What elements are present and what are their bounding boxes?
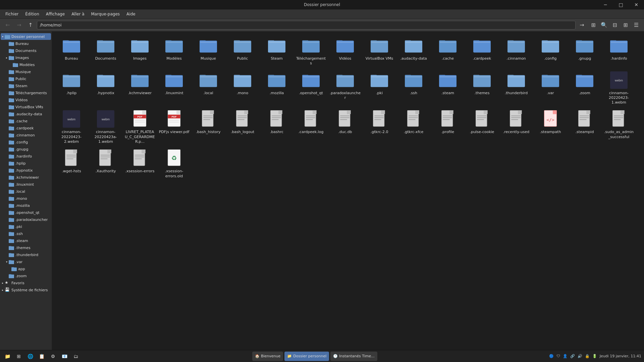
menu-affichage[interactable]: Affichage xyxy=(43,10,67,18)
file-item[interactable]: .bash_logout xyxy=(226,108,259,146)
split-view-button[interactable]: ⊞ xyxy=(588,20,598,30)
sidebar-item-pki[interactable]: .pki xyxy=(1,223,51,230)
file-item[interactable]: .ssh xyxy=(397,69,430,107)
file-item[interactable]: ♻ .xsession-errors.old xyxy=(157,147,191,181)
file-item[interactable]: .hardinfo xyxy=(602,34,636,68)
file-item[interactable]: </> .steampath xyxy=(534,108,567,146)
file-item[interactable]: .cache xyxy=(431,34,465,68)
taskbar-app-instantanes[interactable]: 🕐 Instantanés Time... xyxy=(330,352,377,361)
sidebar-item-kchmviewer[interactable]: .kchmviewer xyxy=(1,174,51,181)
menu-edition[interactable]: Édition xyxy=(22,10,42,18)
file-item[interactable]: Public xyxy=(226,34,259,68)
menu-aller-a[interactable]: Aller à xyxy=(69,10,87,18)
sidebar-item-musique[interactable]: Musique xyxy=(1,68,51,75)
file-item[interactable]: .hypnotix xyxy=(89,69,122,107)
file-item[interactable]: PDF LIVRET_PLATEAU_C_GERARDMER.p... xyxy=(123,108,157,146)
sidebar-item-videos[interactable]: Vidéos xyxy=(1,97,51,103)
sidebar-item-var[interactable]: ▾ .var xyxy=(1,258,51,265)
file-item[interactable]: .local xyxy=(192,69,225,107)
file-item[interactable]: .cardpeek.log xyxy=(294,108,328,146)
sidebar-item-config[interactable]: .config xyxy=(1,139,51,145)
path-bar[interactable]: /home/moi xyxy=(37,21,576,29)
menu-marque-pages[interactable]: Marque-pages xyxy=(89,10,123,18)
file-item[interactable]: .kchmviewer xyxy=(123,69,157,107)
maximize-button[interactable]: □ xyxy=(613,0,629,9)
file-item[interactable]: .bash_history xyxy=(192,108,225,146)
up-button[interactable]: ↑ xyxy=(25,20,36,30)
sidebar-item-documents[interactable]: Documents xyxy=(1,47,51,54)
file-item[interactable]: Documents xyxy=(89,34,122,68)
file-item[interactable]: .paradoxlauncher xyxy=(328,69,362,107)
file-item[interactable]: Vidéos xyxy=(328,34,362,68)
file-item[interactable]: .bashrc xyxy=(260,108,293,146)
file-item[interactable]: .mozilla xyxy=(260,69,293,107)
taskbar-icon-terminal[interactable]: ⊞ xyxy=(14,352,23,361)
sidebar-item-hplip[interactable]: .hplip xyxy=(1,160,51,167)
file-item[interactable]: .profile xyxy=(431,108,465,146)
sidebar-item-themes[interactable]: .themes xyxy=(1,244,51,251)
file-item[interactable]: webm cinnamon-20220423a-1.webm xyxy=(89,108,122,146)
file-item[interactable]: webm cinnamon-20220423-1.webm xyxy=(602,69,636,107)
sidebar-section-filesystem[interactable]: ▸ 💾 Système de fichiers xyxy=(1,287,51,293)
file-item[interactable]: .pki xyxy=(363,69,396,107)
sidebar-item-steam-dot[interactable]: .steam xyxy=(1,237,51,244)
menu-aide[interactable]: Aide xyxy=(124,10,138,18)
sidebar-item-thunderbird[interactable]: .thunderbird xyxy=(1,251,51,258)
go-button[interactable]: → xyxy=(577,20,587,30)
file-item[interactable]: .duc.db xyxy=(328,108,362,146)
file-item[interactable]: .Xauthority xyxy=(89,147,122,181)
taskbar-app-dossier-personnel[interactable]: 📁 Dossier personnel xyxy=(284,352,329,361)
taskbar-icon-files[interactable]: 📁 xyxy=(3,352,12,361)
close-button[interactable]: ✕ xyxy=(629,0,644,9)
file-item[interactable]: .cinnamon xyxy=(499,34,533,68)
file-item[interactable]: .gnupg xyxy=(568,34,601,68)
sidebar-item-ssh[interactable]: .ssh xyxy=(1,230,51,237)
sidebar-item-virtualbox[interactable]: VirtualBox VMs xyxy=(1,104,51,110)
sidebar-item-hardinfo[interactable]: .hardinfo xyxy=(1,153,51,160)
sidebar-item-telechargements[interactable]: Téléchargements xyxy=(1,89,51,96)
sidebar-item-steam[interactable]: Steam xyxy=(1,82,51,89)
file-item[interactable]: VirtualBox VMs xyxy=(363,34,396,68)
menu-fichier[interactable]: Fichier xyxy=(3,10,21,18)
sidebar-item-paradox[interactable]: .paradoxlauncher xyxy=(1,216,51,223)
file-item[interactable]: Bureau xyxy=(55,34,88,68)
minimize-button[interactable]: ─ xyxy=(598,0,613,9)
taskbar-icon-settings[interactable]: ⚙ xyxy=(48,352,58,361)
file-item[interactable]: .openshot_qt xyxy=(294,69,328,107)
sidebar-item-gnupg[interactable]: .gnupg xyxy=(1,146,51,153)
file-item[interactable]: .gtkrc-2.0 xyxy=(363,108,396,146)
file-item[interactable]: .steam xyxy=(431,69,465,107)
file-item[interactable]: .sudo_as_admin_successful xyxy=(602,108,636,146)
file-item[interactable]: Images xyxy=(123,34,157,68)
list-view-button[interactable]: ☰ xyxy=(631,20,641,30)
file-item[interactable]: PDF PDFjs viewer.pdf xyxy=(157,108,191,146)
sidebar-item-linuxmint[interactable]: .linuxmint xyxy=(1,181,51,188)
sidebar-item-cardpeek[interactable]: .cardpeek xyxy=(1,125,51,131)
file-item[interactable]: .gtkrc-xfce xyxy=(397,108,430,146)
file-item[interactable]: .linuxmint xyxy=(157,69,191,107)
sidebar-item-openshot[interactable]: .openshot_qt xyxy=(1,209,51,216)
view-toggle-button[interactable]: ⊟ xyxy=(610,20,620,30)
sidebar-item-modeles[interactable]: Modèles xyxy=(1,61,51,68)
file-item[interactable]: .themes xyxy=(465,69,499,107)
sidebar-item-bureau[interactable]: Bureau xyxy=(1,40,51,47)
file-item[interactable]: .mono xyxy=(226,69,259,107)
file-item[interactable]: .thunderbird xyxy=(499,69,533,107)
file-item[interactable]: .config xyxy=(534,34,567,68)
sidebar-section-favoris[interactable]: ▸ ★ Favoris xyxy=(1,280,51,286)
sidebar-item-dossier-personnel[interactable]: ▾ Dossier personnel xyxy=(1,33,51,40)
back-button[interactable]: ← xyxy=(3,20,13,30)
taskbar-app-bienvenue[interactable]: 🏠 Bienvenue xyxy=(252,352,283,361)
sidebar-item-hypnotix[interactable]: .hypnotix xyxy=(1,167,51,174)
taskbar-icon-extra2[interactable]: 🗂 xyxy=(71,352,80,361)
grid-view-button[interactable]: ⊞ xyxy=(621,20,631,30)
file-item[interactable]: .zoom xyxy=(568,69,601,107)
taskbar-icon-extra1[interactable]: 📧 xyxy=(60,352,69,361)
sidebar-item-public[interactable]: Public xyxy=(1,75,51,82)
sidebar-item-mozilla[interactable]: .mozilla xyxy=(1,202,51,209)
file-item[interactable]: Modèles xyxy=(157,34,191,68)
sidebar-item-local[interactable]: .local xyxy=(1,188,51,195)
taskbar-icon-browser[interactable]: 🌐 xyxy=(25,352,35,361)
file-item[interactable]: Musique xyxy=(192,34,225,68)
sidebar-item-cinnamon[interactable]: .cinnamon xyxy=(1,132,51,138)
